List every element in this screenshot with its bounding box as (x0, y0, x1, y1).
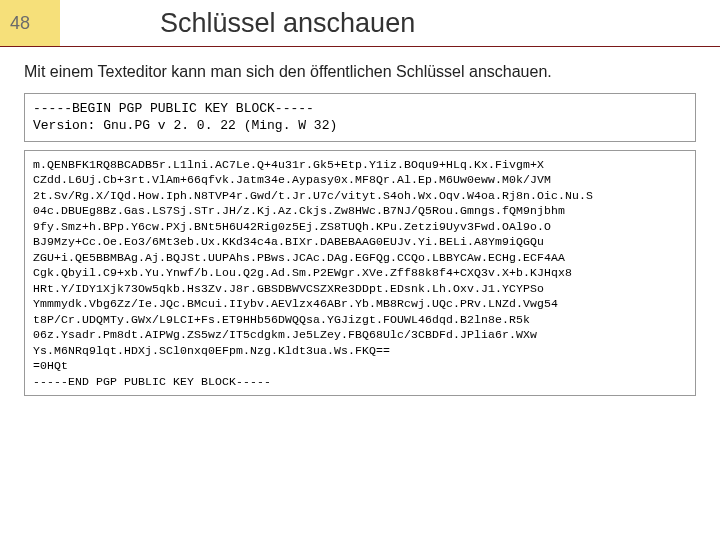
pgp-key-block: m.QENBFK1RQ8BCADB5r.L1lni.AC7Le.Q+4u31r.… (24, 150, 696, 397)
slide-header: 48 Schlüssel anschauen (0, 0, 720, 47)
pgp-header-block: -----BEGIN PGP PUBLIC KEY BLOCK----- Ver… (24, 93, 696, 142)
slide-number: 48 (0, 0, 60, 46)
title-wrap: Schlüssel anschauen (60, 0, 720, 46)
slide: 48 Schlüssel anschauen Mit einem Textedi… (0, 0, 720, 540)
body-text: Mit einem Texteditor kann man sich den ö… (0, 61, 720, 83)
page-title: Schlüssel anschauen (160, 8, 415, 39)
slide-number-text: 48 (10, 13, 30, 34)
